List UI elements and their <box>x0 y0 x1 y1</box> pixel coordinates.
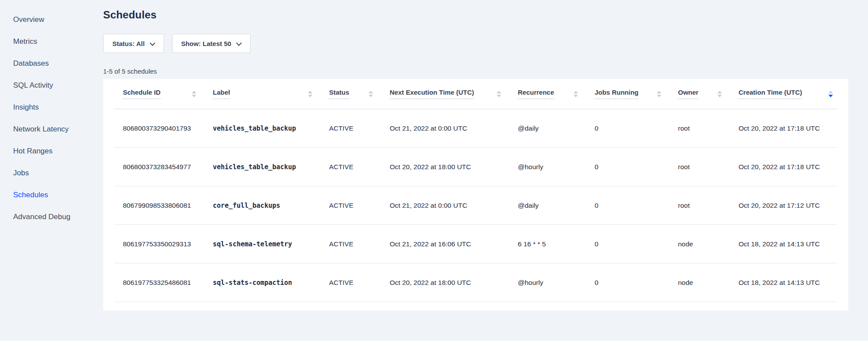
sort-up-arrow-icon <box>369 91 373 93</box>
cell-recurrence: 6 16 * * 5 <box>518 240 595 248</box>
chevron-down-icon <box>237 40 241 45</box>
cell-next-execution-time: Oct 20, 2022 at 18:00 UTC <box>390 279 518 287</box>
sidebar-item-sql-activity[interactable]: SQL Activity <box>0 75 103 96</box>
column-header-next-execution-time-utc[interactable]: Next Execution Time (UTC) <box>390 89 518 99</box>
column-header-schedule-id[interactable]: Schedule ID <box>123 89 213 99</box>
sort-up-arrow-icon <box>717 91 722 93</box>
cell-label: sql-schema-telemetry <box>213 240 329 248</box>
sidebar-item-hot-ranges[interactable]: Hot Ranges <box>0 140 103 162</box>
cell-status: ACTIVE <box>329 279 390 286</box>
table-body: 806800373290401793 vehicles_table_backup… <box>114 109 837 302</box>
sidebar-item-network-latency[interactable]: Network Latency <box>0 118 103 140</box>
table-header-row: Schedule ID Label Status Next Execution … <box>114 79 837 109</box>
cell-status: ACTIVE <box>329 124 390 132</box>
sort-down-arrow-icon <box>192 95 196 97</box>
cell-owner: root <box>678 163 739 171</box>
sort-down-arrow-icon <box>369 95 373 97</box>
cell-jobs-running: 0 <box>595 279 678 287</box>
main-content: Schedules Status: All Show: Latest 50 1-… <box>103 0 868 310</box>
sidebar-item-databases[interactable]: Databases <box>0 53 103 75</box>
sort-down-arrow-icon <box>657 95 661 97</box>
show-filter-dropdown[interactable]: Show: Latest 50 <box>172 34 251 53</box>
cell-schedule-id: 806800373290401793 <box>123 124 213 132</box>
cell-jobs-running: 0 <box>595 240 678 248</box>
sort-up-arrow-icon <box>574 91 578 93</box>
sort-icon <box>657 91 661 97</box>
table-row: 806800373290401793 vehicles_table_backup… <box>114 109 837 148</box>
column-header-owner[interactable]: Owner <box>678 89 739 99</box>
table-row: 806197753350029313 sql-schema-telemetry … <box>114 225 837 263</box>
sort-icon <box>192 91 196 97</box>
sort-icon <box>829 91 833 97</box>
sort-up-arrow-icon <box>308 91 312 93</box>
schedules-table-card: Schedule ID Label Status Next Execution … <box>103 79 848 310</box>
column-header-label: Creation Time (UTC) <box>739 89 802 99</box>
cell-schedule-id: 806799098533806081 <box>123 202 213 210</box>
cell-next-execution-time: Oct 20, 2022 at 18:00 UTC <box>390 163 518 171</box>
sort-up-arrow-icon <box>657 91 661 93</box>
status-filter-dropdown[interactable]: Status: All <box>103 34 164 53</box>
cell-creation-time: Oct 18, 2022 at 14:13 UTC <box>739 240 837 248</box>
cell-recurrence: @daily <box>518 124 595 132</box>
sidebar-item-metrics[interactable]: Metrics <box>0 31 103 53</box>
sort-icon <box>574 91 578 97</box>
table-row: 806197753325486081 sql-stats-compaction … <box>114 263 837 302</box>
cell-status: ACTIVE <box>329 163 390 170</box>
column-header-label: Next Execution Time (UTC) <box>390 89 474 99</box>
sidebar-item-advanced-debug[interactable]: Advanced Debug <box>0 206 103 228</box>
column-header-label: Schedule ID <box>123 89 161 99</box>
cell-status: ACTIVE <box>329 202 390 209</box>
cell-schedule-id: 806197753325486081 <box>123 279 213 287</box>
show-filter-label: Show: Latest 50 <box>181 40 231 47</box>
column-header-recurrence[interactable]: Recurrence <box>518 89 595 99</box>
cell-owner: node <box>678 240 739 248</box>
sort-down-arrow-icon <box>717 95 722 97</box>
sort-up-arrow-icon <box>497 91 501 93</box>
chevron-down-icon <box>150 40 155 45</box>
cell-label: vehicles_table_backup <box>213 124 329 132</box>
column-header-label: Label <box>213 89 230 99</box>
column-header-label: Owner <box>678 89 699 99</box>
cell-recurrence: @hourly <box>518 163 595 171</box>
column-header-label: Status <box>329 89 349 99</box>
sort-up-arrow-icon <box>829 91 833 93</box>
column-header-status[interactable]: Status <box>329 89 390 99</box>
cell-status: ACTIVE <box>329 240 390 248</box>
cell-creation-time: Oct 20, 2022 at 17:18 UTC <box>739 163 837 171</box>
sort-icon <box>717 91 722 97</box>
cell-label: sql-stats-compaction <box>213 279 329 287</box>
cell-recurrence: @daily <box>518 202 595 210</box>
cell-creation-time: Oct 18, 2022 at 14:13 UTC <box>739 279 837 287</box>
sort-down-arrow-icon <box>308 95 312 97</box>
cell-next-execution-time: Oct 21, 2022 at 0:00 UTC <box>390 124 518 132</box>
column-header-label[interactable]: Label <box>213 89 329 99</box>
sidebar-item-jobs[interactable]: Jobs <box>0 162 103 184</box>
filter-bar: Status: All Show: Latest 50 <box>103 34 848 53</box>
sort-down-arrow-icon <box>829 95 833 97</box>
column-header-label: Jobs Running <box>595 89 638 99</box>
cell-label: core_full_backups <box>213 202 329 210</box>
sort-icon <box>497 91 501 97</box>
sort-icon <box>369 91 373 97</box>
cell-owner: node <box>678 279 739 287</box>
cell-recurrence: @hourly <box>518 279 595 287</box>
sidebar: OverviewMetricsDatabasesSQL ActivityInsi… <box>0 0 103 341</box>
cell-creation-time: Oct 20, 2022 at 17:12 UTC <box>739 202 837 210</box>
table-row: 806799098533806081 core_full_backups ACT… <box>114 186 837 225</box>
cell-schedule-id: 806197753350029313 <box>123 240 213 248</box>
column-header-label: Recurrence <box>518 89 554 99</box>
sort-up-arrow-icon <box>192 91 196 93</box>
sidebar-item-insights[interactable]: Insights <box>0 96 103 118</box>
table-row: 806800373283454977 vehicles_table_backup… <box>114 148 837 186</box>
column-header-creation-time-utc[interactable]: Creation Time (UTC) <box>739 89 837 99</box>
cell-owner: root <box>678 202 739 210</box>
sidebar-item-overview[interactable]: Overview <box>0 9 103 31</box>
results-count: 1-5 of 5 schedules <box>103 67 848 75</box>
cell-jobs-running: 0 <box>595 124 678 132</box>
cell-next-execution-time: Oct 21, 2022 at 0:00 UTC <box>390 202 518 210</box>
sidebar-item-schedules[interactable]: Schedules <box>0 184 103 206</box>
column-header-jobs-running[interactable]: Jobs Running <box>595 89 678 99</box>
cell-owner: root <box>678 124 739 132</box>
cell-creation-time: Oct 20, 2022 at 17:18 UTC <box>739 124 837 132</box>
sort-down-arrow-icon <box>574 95 578 97</box>
